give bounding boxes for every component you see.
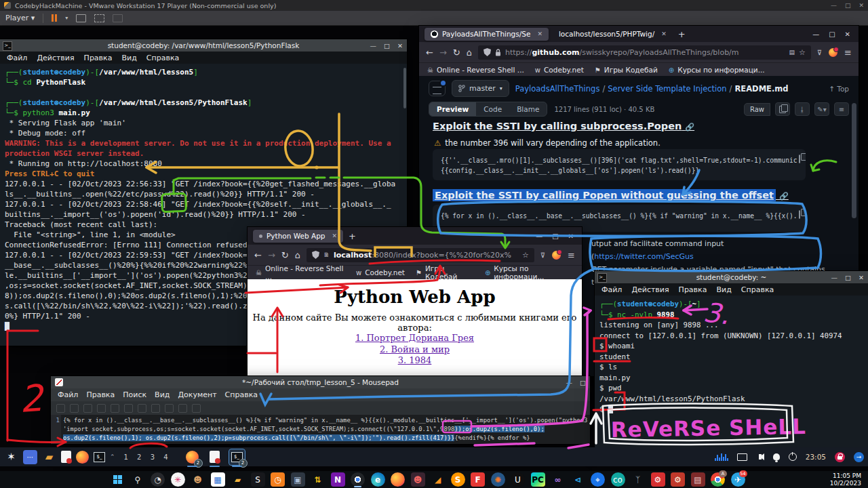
forward-button[interactable]: → (439, 47, 447, 58)
taskbar-icon-co-app[interactable]: co (611, 472, 625, 487)
bookmark-flag[interactable]: ⚑Игры Кодебай (595, 66, 658, 74)
bookmark-star-icon[interactable]: ☆ (522, 251, 529, 260)
open-app-terminal[interactable]: 2 (229, 449, 245, 465)
taskbar-icon-firefox[interactable] (391, 472, 405, 487)
new-tab-button[interactable]: + (678, 29, 686, 39)
taskbar-icon-sublime[interactable]: S (451, 472, 465, 487)
menu-item[interactable]: Вид (155, 390, 170, 399)
anchor-link-icon[interactable]: 🔗 (685, 123, 694, 131)
display-icon[interactable] (737, 453, 747, 461)
paste-icon[interactable] (165, 404, 174, 413)
taskbar-icon-search[interactable]: ⚲ (131, 472, 145, 487)
workspace-switcher[interactable]: 1 2 3 4 (124, 453, 172, 461)
menu-item[interactable]: Вид (716, 285, 731, 294)
search-icon[interactable] (178, 404, 187, 413)
tab-python-web-app[interactable]: Python Web App✕ (253, 230, 343, 243)
taskbar-icon-flag-f[interactable]: F (471, 472, 485, 487)
tab-preview[interactable]: Preview (429, 102, 476, 116)
launcher-firefox[interactable] (76, 451, 89, 464)
forward-button[interactable]: → (268, 250, 275, 260)
taskbar-icon-visual-studio[interactable]: ∞ (551, 472, 565, 487)
firefox-account-icon[interactable] (552, 251, 561, 260)
twitter-link[interactable]: https://twitter.com/SecGus (594, 252, 693, 261)
search-replace-icon[interactable] (192, 404, 201, 413)
windows-clock[interactable]: 11:05 PM10/2/2023 (830, 472, 861, 487)
open-app-firefox[interactable]: 2 (184, 449, 200, 465)
copy-code-icon[interactable] (799, 155, 800, 163)
maximize-button[interactable]: □ (845, 274, 851, 281)
tracking-shield-icon[interactable] (484, 48, 491, 56)
vmware-minimize-button[interactable]: — (831, 2, 837, 9)
launcher-terminal[interactable] (94, 452, 105, 462)
taskbar-icon-sync-arrows[interactable]: ⇅ (311, 472, 325, 487)
menu-item[interactable]: Действия (631, 285, 669, 294)
pause-dropdown-caret[interactable]: ▾ (65, 15, 68, 21)
copy-code-icon[interactable] (799, 210, 800, 219)
taskbar-icon-toolbox[interactable]: ▤ (691, 472, 705, 487)
pause-vm-button[interactable] (52, 14, 57, 22)
edit-pencil-icon[interactable]: ✎▾ (814, 102, 829, 116)
redo-icon[interactable] (124, 404, 133, 413)
menu-item[interactable]: Файл (601, 285, 622, 294)
taskbar-icon-edge[interactable]: e (371, 472, 385, 487)
branch-selector[interactable]: master▾ (452, 80, 509, 97)
close-button[interactable]: ✕ (859, 274, 864, 281)
menu-item[interactable]: Правка (679, 285, 707, 294)
taskbar-icon-red-gear-2[interactable]: ⚙ (671, 472, 685, 487)
player-menu[interactable]: Player ▾ (5, 14, 35, 22)
book-link-2[interactable]: 2. Война и мир (248, 344, 582, 356)
minimize-button[interactable]: — (536, 232, 542, 240)
back-button[interactable]: ← (426, 47, 433, 58)
vmware-maximize-button[interactable]: □ (845, 2, 851, 9)
taskbar-icon-dragon[interactable]: ᛉ (631, 472, 645, 487)
taskbar-icon-vscode[interactable]: ⊲ (571, 472, 585, 487)
taskbar-icon-onenote[interactable]: N (331, 472, 345, 487)
tab-close-icon[interactable]: ✕ (661, 30, 667, 37)
minimize-button[interactable]: — (370, 42, 377, 49)
taskbar-icon-dashboard[interactable]: ◔ (151, 472, 165, 487)
menu-item[interactable]: Поиск (123, 390, 146, 399)
minimize-button[interactable]: — (566, 379, 573, 386)
menu-item[interactable]: Справка (225, 390, 258, 399)
send-ctrl-alt-del-icon[interactable] (76, 14, 86, 22)
home-button[interactable]: ⌂ (295, 250, 300, 260)
taskbar-icon-red-gear-1[interactable]: ⚙ (651, 472, 665, 487)
taskbar-icon-file-explorer[interactable]: ▰ (231, 472, 245, 487)
bookmark-flag[interactable]: ⚑Игры Кодебай (416, 264, 474, 281)
undo-icon[interactable] (111, 404, 119, 413)
new-tab-button[interactable]: + (349, 231, 356, 241)
reload-button[interactable]: ↻ (281, 250, 289, 260)
menu-item[interactable]: Файл (58, 390, 78, 399)
open-app-text-editor[interactable] (207, 449, 222, 465)
tab-close-icon[interactable]: ✕ (332, 232, 337, 239)
new-file-icon[interactable] (56, 404, 65, 413)
taskbar-icon-calendar[interactable]: ▦ (211, 472, 225, 487)
taskbar-icon-unreal[interactable]: U (511, 472, 525, 487)
close-button[interactable]: ✕ (397, 42, 403, 49)
bookmark-globe[interactable]: ⊕Курсы по информаци... (485, 264, 574, 281)
terminal-flask-titlebar[interactable]: >_ student@codeby: /var/www/html/lesson5… (0, 39, 407, 52)
book-link-3[interactable]: 3. 1984 (248, 355, 582, 367)
bookmark-w-logo[interactable]: wCodeby.net (535, 66, 584, 74)
taskbar-icon-chrome-profile[interactable]: A (711, 472, 725, 487)
tab-blame[interactable]: Blame (509, 102, 547, 116)
taskbar-icon-contacts[interactable]: ☻ (411, 472, 425, 487)
bookmark-globe[interactable]: ⊕Курсы по информаци... (669, 66, 765, 74)
book-link-1[interactable]: 1. Портрет Дориана Грея (248, 333, 582, 344)
tab-code[interactable]: Code (476, 102, 509, 116)
save-icon[interactable] (83, 404, 92, 413)
close-button[interactable]: □ (580, 379, 586, 386)
menu-item[interactable]: Файл (7, 54, 27, 62)
menu-item[interactable]: Справка (741, 285, 774, 294)
minimize-button[interactable]: — (831, 274, 838, 281)
taskbar-icon-maps-pin[interactable]: ⌖ (591, 472, 605, 487)
download-icon[interactable]: ⭳ (795, 102, 810, 116)
taskbar-icon-shottr[interactable]: S (251, 472, 265, 487)
bookmark-w-logo[interactable]: wCodeby.net (356, 268, 405, 277)
maximize-button[interactable]: □ (829, 30, 835, 38)
maximize-button[interactable]: □ (384, 42, 390, 49)
volume-icon[interactable] (756, 453, 764, 460)
taskbar-icon-color-wheel[interactable]: ✳ (171, 472, 185, 487)
breadcrumb-repo-link[interactable]: PayloadsAllTheThings (515, 84, 600, 94)
notifications-icon[interactable] (773, 453, 780, 460)
